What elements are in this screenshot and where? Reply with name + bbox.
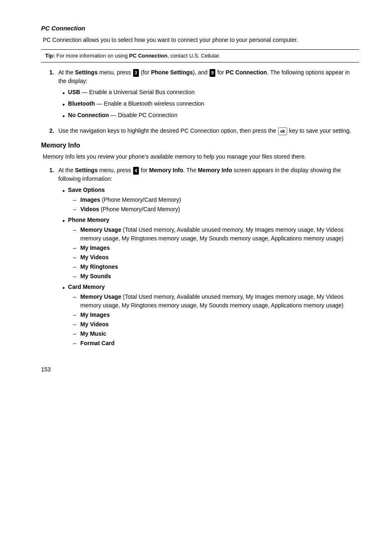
sub-dash: – [73,226,77,234]
pc-connection-options: • USB — Enable a Universal Serial Bus co… [62,88,359,121]
card-format-card: – Format Card [73,339,359,348]
no-connection-bold: No Connection [68,112,109,118]
memory-step-1: 1. At the Settings menu, press 4 for Mem… [49,166,359,350]
sub-dash: – [73,293,77,301]
images-text: Images (Phone Memory/Card Memory) [81,196,181,204]
phone-memory-content: Phone Memory – Memory Usage (Total Used … [68,216,359,281]
sub-dash: – [73,196,77,204]
card-format-card-text: Format Card [81,339,115,348]
step-2-content: Use the navigation keys to highlight the… [58,127,359,135]
card-memory-content: Card Memory – Memory Usage (Total Used m… [68,283,359,348]
step1-pc-connection: PC Connection [226,69,267,76]
phone-my-images-bold: My Images [81,244,110,251]
sub-dash: – [73,330,77,338]
bullet-usb: • USB — Enable a Universal Serial Bus co… [62,88,359,98]
memory-info-intro: Memory Info lets you review your phone’s… [41,152,359,161]
pc-connection-intro: PC Connection allows you to select how y… [41,36,359,44]
tip-box: Tip: For more information on using PC Co… [41,49,359,62]
ok-key-icon: ok [278,127,287,135]
step2-text: Use the navigation keys to highlight the… [58,127,278,134]
sub-dash: – [73,263,77,271]
step-1-num: 1. [49,68,58,122]
step-1-content: At the Settings menu, press 3 (for Phone… [58,68,359,122]
videos-bold: Videos [81,206,99,212]
phone-memory-usage: – Memory Usage (Total Used memory, Avail… [73,226,359,243]
sub-videos: – Videos (Phone Memory/Card Memory) [73,205,181,214]
card-my-images-text: My Images [81,311,110,319]
step-1: 1. At the Settings menu, press 3 (for Ph… [49,68,359,122]
save-options-sub: – Images (Phone Memory/Card Memory) – Vi… [73,196,181,214]
phone-my-ringtones-text: My Ringtones [81,263,118,271]
bullet-dot: • [62,88,65,98]
sub-dash: – [73,205,77,214]
tip-after: , contact U.S. Cellular. [167,53,220,59]
m-memory-info: Memory Info [149,167,183,173]
key-4-icon: 4 [133,167,139,175]
bullet-dot: • [62,100,65,110]
card-my-videos-bold: My Videos [81,321,109,328]
card-my-videos-text: My Videos [81,320,109,329]
page-number: 153 [41,366,359,373]
card-memory-usage-text: Memory Usage (Total Used memory, Availab… [81,293,359,310]
phone-my-sounds-bold: My Sounds [81,273,111,279]
card-my-images: – My Images [73,311,359,319]
memory-info-section: Memory Info Memory Info lets you review … [41,142,359,350]
key-9-icon: 9 [210,69,215,77]
bluetooth-text: Bluetooth — Enable a Bluetooth wireless … [68,99,205,108]
phone-my-videos-bold: My Videos [81,254,109,261]
step1-text-mid: menu, press [98,69,133,76]
phone-my-images-text: My Images [81,244,110,252]
step1-text-before: At the [58,69,75,76]
pc-connection-steps: 1. At the Settings menu, press 3 (for Ph… [49,68,359,135]
memory-step-1-content: At the Settings menu, press 4 for Memory… [58,166,359,350]
phone-my-videos-text: My Videos [81,253,109,262]
step-2-num: 2. [49,127,58,135]
save-options-bold: Save Options [68,187,105,193]
phone-my-sounds: – My Sounds [73,272,359,281]
card-memory-usage: – Memory Usage (Total Used memory, Avail… [73,293,359,310]
m-text-mid2: for [139,167,149,173]
sub-dash: – [73,311,77,319]
bullet-bluetooth: • Bluetooth — Enable a Bluetooth wireles… [62,99,359,110]
sub-dash: – [73,253,77,262]
phone-memory-sub: – Memory Usage (Total Used memory, Avail… [73,226,359,281]
memory-info-bullets: • Save Options – Images (Phone Memory/Ca… [62,186,359,348]
memory-info-steps: 1. At the Settings menu, press 4 for Mem… [49,166,359,350]
tip-link: PC Connection [129,53,167,59]
phone-my-images: – My Images [73,244,359,252]
usb-bold: USB [68,89,81,95]
bullet-card-memory: • Card Memory – Memory Usage (Total Used… [62,283,359,348]
sub-dash: – [73,244,77,252]
pc-connection-section: PC Connection PC Connection allows you t… [41,25,359,135]
bullet-dot: • [62,216,65,226]
bullet-dot: • [62,186,65,196]
step1-text-mid2: (for [139,69,151,76]
bluetooth-bold: Bluetooth [68,100,95,107]
card-my-music: – My Music [73,330,359,338]
card-memory-bold: Card Memory [68,284,105,290]
step1-phone-settings: Phone Settings [151,69,193,76]
sub-dash: – [73,320,77,329]
phone-memory-usage-text: Memory Usage (Total Used memory, Availab… [81,226,359,243]
memory-info-title: Memory Info [41,142,359,149]
m-text-mid3: . The [183,167,198,173]
memory-step-1-num: 1. [49,166,58,350]
phone-my-sounds-text: My Sounds [81,272,111,281]
bullet-dot: • [62,111,65,121]
key-3-icon: 3 [133,69,139,77]
m-step1-text-before: At the [58,167,75,173]
card-format-card-bold: Format Card [81,340,115,346]
phone-memory-bold: Phone Memory [68,217,109,223]
sub-dash: – [73,339,77,348]
m-memory-info2: Memory Info [198,167,232,173]
images-bold: Images [81,196,100,203]
card-my-music-text: My Music [81,330,106,338]
card-memory-usage-bold: Memory Usage [81,293,122,300]
phone-my-ringtones: – My Ringtones [73,263,359,271]
bullet-no-connection: • No Connection — Disable PC Connection [62,111,359,121]
m-text-mid: menu, press [98,167,133,173]
save-options-content: Save Options – Images (Phone Memory/Card… [68,186,181,214]
card-my-videos: – My Videos [73,320,359,329]
bullet-save-options: • Save Options – Images (Phone Memory/Ca… [62,186,359,214]
no-connection-text: No Connection — Disable PC Connection [68,111,178,120]
